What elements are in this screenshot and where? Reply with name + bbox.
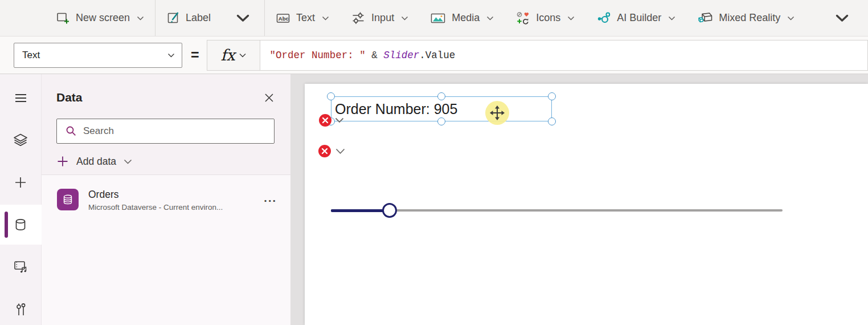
toolbar-item-label: AI Builder	[617, 12, 661, 24]
toolbar-item-label: Mixed Reality	[719, 12, 780, 24]
svg-text:Abc: Abc	[279, 15, 289, 21]
error-badge[interactable]	[319, 114, 331, 127]
fx-glyph: fx	[220, 46, 235, 64]
formula-token-property: .Value	[419, 50, 455, 61]
text-icon: Abc	[276, 11, 290, 25]
property-selector[interactable]: Text	[14, 43, 182, 68]
chevron-down-icon	[668, 16, 675, 21]
media-icon	[430, 11, 446, 25]
nav-insert[interactable]	[0, 170, 42, 195]
toolbar-overflow-chevron[interactable]	[825, 0, 868, 36]
new-screen-icon	[55, 11, 70, 26]
nav-media[interactable]	[0, 254, 42, 279]
resize-handle-top-mid[interactable]	[437, 92, 445, 100]
search-input[interactable]	[83, 125, 267, 137]
toolbar-item-icons[interactable]: Icons	[505, 0, 586, 36]
toolbar-item-text[interactable]: Abc Text	[265, 0, 340, 36]
powerapps-studio: New screen Label Abc Text	[0, 0, 868, 325]
more-options-button[interactable]: ...	[264, 192, 277, 204]
slider-control[interactable]	[331, 209, 783, 212]
chevron-down-icon	[137, 16, 144, 21]
move-cursor-icon	[489, 105, 505, 121]
panel-title: Data	[56, 91, 83, 104]
plus-icon	[13, 174, 28, 190]
selected-accent-bar	[5, 212, 8, 238]
formula-token-string: "Order Number: "	[270, 50, 366, 61]
chevron-down-icon	[486, 16, 494, 21]
toolbar-item-label: Label	[186, 12, 211, 24]
data-source-description: Microsoft Dataverse - Current environ...	[88, 203, 223, 212]
slider-handle[interactable]	[382, 203, 397, 218]
dataverse-table-tile	[57, 189, 79, 210]
toolbar-item-input[interactable]: Input	[340, 0, 419, 36]
settings-sliders-icon	[13, 302, 28, 316]
error-chevron-icon[interactable]	[335, 117, 344, 123]
nav-menu-button[interactable]	[0, 86, 42, 111]
add-data-label: Add data	[76, 156, 116, 168]
toolbar-item-label: Input	[371, 12, 394, 24]
toolbar-item-label: New screen	[76, 12, 130, 24]
chevron-down-icon	[567, 16, 575, 21]
toolbar-item-label: Media	[452, 12, 480, 24]
resize-handle-top-left[interactable]	[327, 92, 335, 100]
database-icon	[13, 217, 28, 232]
data-panel: Data Add data	[42, 74, 290, 325]
add-data-button[interactable]: Add data	[56, 153, 275, 170]
data-source-name: Orders	[88, 189, 223, 201]
screen-canvas[interactable]: Order Number: 905	[305, 84, 868, 325]
toolbar-item-mixed-reality[interactable]: Mixed Reality	[686, 0, 805, 36]
formula-token-operator: &	[366, 50, 384, 61]
data-source-list: Orders Microsoft Dataverse - Current env…	[42, 175, 290, 212]
canvas-background: Order Number: 905	[290, 74, 868, 325]
slider-fill	[331, 209, 390, 212]
resize-handle-top-right[interactable]	[548, 92, 556, 100]
chevron-down-bold-icon	[836, 14, 849, 22]
data-panel-header: Data Add data	[42, 74, 290, 175]
formula-token-entity: Slider	[383, 50, 419, 61]
error-chevron-icon[interactable]	[335, 148, 345, 155]
database-icon	[62, 194, 73, 205]
resize-handle-bottom-right[interactable]	[548, 117, 556, 125]
toolbar-item-ai-builder[interactable]: AI Builder	[586, 0, 686, 36]
toolbar-item-label: Icons	[536, 12, 560, 24]
property-selector-value: Text	[22, 50, 40, 61]
nav-settings[interactable]	[0, 296, 42, 322]
equals-sign: =	[191, 47, 199, 63]
insert-toolbar: New screen Label Abc Text	[0, 0, 868, 36]
chevron-down-icon	[401, 16, 408, 21]
toolbar-item-label: Text	[296, 12, 315, 24]
toolbar-item-label[interactable]: Label	[155, 0, 222, 36]
label-icon	[166, 11, 180, 25]
error-x-icon	[322, 117, 329, 124]
formula-bar: Text = fx "Order Number: " & Slider.Valu…	[0, 36, 868, 74]
chevron-down-icon	[787, 16, 795, 21]
toolbar-item-new-screen[interactable]: New screen	[44, 0, 155, 36]
chevron-down-icon	[322, 16, 329, 21]
label-expand-chevron[interactable]	[222, 0, 264, 36]
chevron-down-icon	[167, 53, 175, 58]
mixed-reality-icon	[697, 11, 713, 25]
nav-tree-view[interactable]	[0, 128, 42, 153]
nav-data[interactable]	[0, 212, 42, 237]
resize-handle-bottom-mid[interactable]	[437, 117, 445, 125]
chevron-down-icon	[239, 53, 246, 58]
icons-icon	[515, 11, 530, 25]
ai-builder-icon	[596, 11, 611, 25]
input-icon	[351, 11, 366, 25]
formula-input[interactable]: "Order Number: " & Slider.Value	[260, 40, 868, 71]
error-x-icon	[321, 148, 328, 155]
search-box	[56, 119, 275, 144]
plus-icon	[56, 155, 69, 168]
close-icon[interactable]	[264, 92, 275, 103]
hamburger-icon	[13, 90, 28, 106]
toolbar-item-media[interactable]: Media	[419, 0, 505, 36]
chevron-down-bold-icon	[236, 14, 249, 22]
left-nav-rail	[0, 74, 42, 325]
main-region: Data Add data	[0, 74, 868, 325]
search-icon	[65, 125, 77, 137]
fx-selector[interactable]: fx	[207, 40, 260, 71]
layers-icon	[13, 132, 28, 148]
media-library-icon	[13, 259, 28, 275]
error-badge[interactable]	[318, 145, 331, 157]
data-source-orders[interactable]: Orders Microsoft Dataverse - Current env…	[57, 189, 277, 212]
